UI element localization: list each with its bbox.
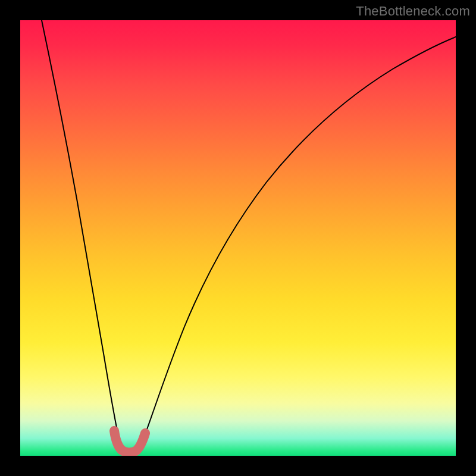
bottleneck-curve xyxy=(42,20,456,451)
minimum-marker xyxy=(114,431,145,452)
watermark-text: TheBottleneck.com xyxy=(356,4,470,19)
chart-frame: TheBottleneck.com xyxy=(0,0,476,476)
plot-area xyxy=(20,20,456,456)
curve-layer xyxy=(20,20,456,456)
